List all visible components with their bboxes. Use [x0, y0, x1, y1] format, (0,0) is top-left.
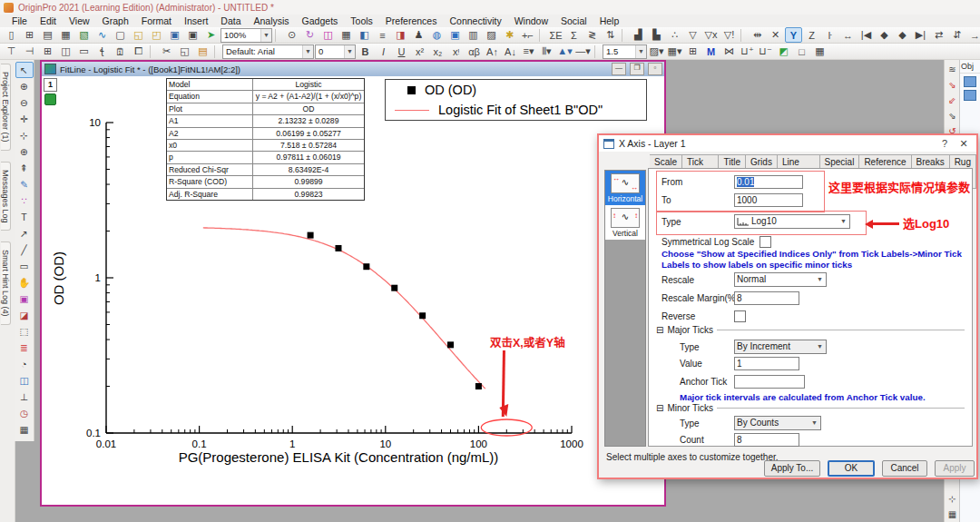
group-icon[interactable]: ⊔⁺: [739, 44, 756, 59]
new-legend-icon[interactable]: ▭: [75, 44, 93, 59]
collapse-icon[interactable]: ⊟: [656, 325, 663, 335]
scale-type-dropdown[interactable]: Log10 ▼: [734, 214, 850, 229]
chevron-down-icon[interactable]: ▼: [344, 45, 355, 58]
sort-icon[interactable]: ≷: [583, 27, 601, 43]
chevron-down-icon[interactable]: ▼: [808, 417, 820, 429]
text-tool-icon[interactable]: T: [15, 209, 34, 225]
column-stats-icon[interactable]: ΣΕ: [547, 27, 564, 43]
save-template-icon[interactable]: ▣: [184, 27, 201, 43]
menu-item[interactable]: Data: [214, 15, 247, 26]
to-input[interactable]: 1000: [734, 193, 803, 207]
cut-icon[interactable]: ✂: [158, 44, 175, 59]
project-explorer-icon[interactable]: ♟: [410, 27, 427, 43]
fill-area-icon[interactable]: ▦▾: [666, 44, 683, 59]
layout-icon[interactable]: ◧: [356, 27, 373, 43]
dock-tab[interactable]: Project Explorer (1): [1, 64, 11, 151]
arrow-tool-icon[interactable]: ↗: [15, 225, 34, 241]
sidebar-item-vertical[interactable]: ∿ ↕↕ Vertical: [605, 205, 645, 240]
rainbow-style-icon[interactable]: ≣: [15, 340, 34, 356]
open-icon[interactable]: ◱: [130, 27, 147, 43]
add-top-axis-icon[interactable]: ⊤: [3, 44, 20, 59]
data-reader-tool-icon[interactable]: ⊕: [15, 143, 34, 160]
update-icon[interactable]: ⇅: [602, 27, 619, 43]
new-notes-icon[interactable]: ▢: [112, 27, 129, 43]
symmetrical-log-checkbox[interactable]: [760, 236, 771, 248]
new-worksheet-icon[interactable]: ▤: [39, 27, 56, 43]
insert-object-tool-icon[interactable]: ⬚: [15, 323, 34, 340]
prev-icon[interactable]: ◆: [876, 27, 893, 43]
duplicate-icon[interactable]: ⧠: [130, 44, 147, 59]
wave-tools-icon[interactable]: ≋: [945, 62, 961, 77]
increase-font-icon[interactable]: A↑: [484, 44, 501, 59]
zoom-level-combo[interactable]: 100%▼: [220, 28, 272, 43]
menu-item[interactable]: Gadgets: [296, 15, 345, 26]
x-axis-dialog[interactable]: X Axis - Layer 1 ? ✕ ScaleTick LabelsTit…: [597, 133, 978, 479]
italic-button[interactable]: I: [375, 44, 392, 59]
close-icon[interactable]: ✕: [956, 138, 971, 150]
border-menu-icon[interactable]: ⫴▾: [538, 44, 555, 59]
color-menu-icon[interactable]: ▲▾: [556, 44, 573, 59]
screen-reader-tool-icon[interactable]: ⊹: [15, 127, 34, 143]
new-graph-icon[interactable]: ∿: [93, 27, 111, 43]
lock-icon[interactable]: [44, 94, 56, 105]
apply-to-button[interactable]: Apply To...: [764, 460, 820, 477]
filter-x-icon[interactable]: ▽x: [702, 27, 720, 43]
swap-icon[interactable]: ⇄: [930, 27, 947, 43]
y-button[interactable]: Y: [785, 27, 802, 43]
zigzag-down-icon[interactable]: ⇘: [945, 77, 961, 93]
graph-window-titlebar[interactable]: FitLine - Logistic Fit * - ([Book1]FitNL…: [42, 62, 664, 76]
layer-contents-icon[interactable]: ◫: [57, 44, 74, 59]
data-point[interactable]: [475, 383, 482, 389]
first-icon[interactable]: |◀: [858, 27, 875, 43]
font-name-combo[interactable]: Default: Arial▼: [222, 44, 314, 59]
menu-item[interactable]: Graph: [96, 15, 135, 26]
timer-tool-icon[interactable]: ◷: [15, 405, 34, 421]
sum-icon[interactable]: Σ: [565, 27, 583, 43]
menu-item[interactable]: Window: [508, 15, 554, 26]
dock-tab[interactable]: Messages Log: [1, 162, 11, 231]
insert-equation-tool-icon[interactable]: ◪: [15, 307, 34, 323]
duplicate-window-icon[interactable]: ◫: [319, 27, 337, 43]
new-folder-icon[interactable]: ⊞: [21, 27, 38, 43]
rescale-margin-input[interactable]: 8: [734, 291, 799, 305]
z-button[interactable]: Z: [803, 27, 820, 43]
data-point[interactable]: [419, 312, 426, 319]
import-wizard-icon[interactable]: ➤: [202, 27, 220, 43]
freehand-tool-icon[interactable]: ✋: [15, 274, 34, 291]
anchor-tick-input[interactable]: [734, 375, 805, 389]
restore-button[interactable]: ▫: [648, 63, 662, 75]
gear-icon[interactable]: ✱: [501, 27, 518, 43]
decrease-font-icon[interactable]: A↓: [502, 44, 519, 59]
zigzag-left-icon[interactable]: ⇙: [945, 93, 961, 108]
axis-from-icon[interactable]: ŀ: [821, 27, 838, 43]
menu-item[interactable]: Edit: [34, 15, 63, 26]
minor-type-dropdown[interactable]: By Counts▼: [734, 416, 821, 430]
copy-icon[interactable]: ◱: [176, 44, 193, 59]
ok-button[interactable]: OK: [828, 460, 875, 477]
menu-item[interactable]: Social: [554, 15, 593, 26]
annotation-tool-icon[interactable]: ⇞: [15, 160, 34, 176]
bar-chart-icon[interactable]: ▟: [630, 27, 647, 43]
menu-item[interactable]: Help: [593, 15, 626, 26]
layer-1-badge[interactable]: 1: [44, 78, 57, 92]
pan-tool-icon[interactable]: ✛: [15, 111, 34, 127]
next-icon[interactable]: ◆: [894, 27, 911, 43]
subsuper-button[interactable]: xᵎ: [447, 44, 465, 59]
zoom-out-tool-icon[interactable]: ⊖: [15, 94, 34, 111]
palette-icon[interactable]: ◩: [775, 44, 792, 59]
open-excel-icon[interactable]: ◰: [148, 27, 165, 43]
refresh-icon[interactable]: ↻: [301, 27, 318, 43]
dock-tab[interactable]: Smart Hint Log (4): [1, 241, 11, 325]
count-input[interactable]: 8: [734, 433, 799, 447]
greek-button[interactable]: αβ: [466, 44, 483, 59]
axis-range-icon[interactable]: ↔: [839, 27, 857, 43]
filter-apply-icon[interactable]: ▽!: [720, 27, 738, 43]
menu-item[interactable]: Tools: [344, 15, 379, 26]
menu-item[interactable]: File: [5, 15, 34, 26]
font-size-combo[interactable]: 0▼: [315, 44, 356, 59]
data-point[interactable]: [335, 245, 341, 251]
scatter-chart-icon[interactable]: ∴: [666, 27, 683, 43]
image-icon[interactable]: ▣: [446, 27, 464, 43]
add-right-axis-icon[interactable]: ⊣: [21, 44, 38, 59]
menu-item[interactable]: View: [63, 15, 96, 26]
